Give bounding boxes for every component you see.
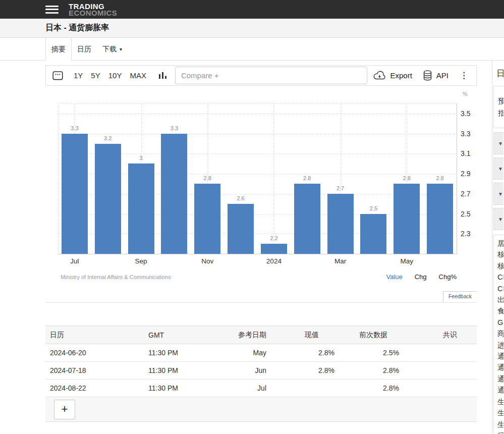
sidebar-links-box: 预指 xyxy=(493,86,503,128)
sidebar-dropdown-2[interactable]: ▼ xyxy=(493,157,503,180)
table-row[interactable]: 2024-06-2011:30 PMMay2.8%2.5% xyxy=(45,344,477,362)
x-axis-tick: Nov xyxy=(192,257,222,265)
x-axis-tick: Sep xyxy=(126,257,156,265)
sidebar-indicator-link[interactable]: 通 xyxy=(497,362,503,373)
bar-oct-2023[interactable] xyxy=(161,134,187,254)
column-header: 日历 xyxy=(45,326,144,344)
sidebar-indicator-link[interactable]: 租 xyxy=(497,430,503,433)
table-cell: May xyxy=(227,344,267,362)
logo-line2: ECONOMICS xyxy=(69,10,117,16)
bar-jul-2023[interactable] xyxy=(62,134,88,254)
gridline-horizontal xyxy=(58,103,457,104)
sidebar-dropdown-1[interactable]: ▼ xyxy=(493,132,503,154)
sidebar-indicator-link[interactable]: 通 xyxy=(497,373,503,385)
sidebar-dropdown-3[interactable]: ▼ xyxy=(493,183,503,205)
range-5y[interactable]: 5Y xyxy=(87,71,104,80)
table-cell: 2.8% xyxy=(267,344,335,362)
table-cell xyxy=(400,344,477,362)
sidebar-indicator-link[interactable]: 核 xyxy=(497,249,503,260)
range-max[interactable]: MAX xyxy=(126,71,150,80)
sidebar-indicator-link[interactable]: 商 xyxy=(497,328,503,339)
gridline-horizontal xyxy=(58,114,457,114)
bar-value-label: 3.3 xyxy=(58,125,91,131)
table-row[interactable]: 2024-08-2211:30 PMJul2.8% xyxy=(45,379,477,397)
table-cell: 11:30 PM xyxy=(144,344,227,362)
sidebar-indicator-link[interactable]: 通 xyxy=(497,351,503,362)
sidebar-indicator-link[interactable]: 出 xyxy=(497,294,503,305)
api-button[interactable]: API xyxy=(419,70,452,81)
chart-type-button[interactable] xyxy=(156,70,169,81)
sidebar-indicator-link[interactable]: 生 xyxy=(497,396,503,407)
sidebar-indicator-link[interactable]: 进 xyxy=(497,340,503,351)
chart-mode-switcher: ValueChgChg% xyxy=(386,273,457,281)
bar-mar-2024[interactable] xyxy=(327,194,354,254)
y-axis-tick: 2.9 xyxy=(461,170,481,178)
bar-dec-2023[interactable] xyxy=(228,204,254,254)
bar-nov-2023[interactable] xyxy=(194,184,220,254)
range-10y[interactable]: 10Y xyxy=(104,71,126,80)
table-cell: Jun xyxy=(227,362,267,379)
bar-jun-2024[interactable] xyxy=(427,184,453,254)
bar-may-2024[interactable] xyxy=(394,184,420,254)
legend-value[interactable]: Value xyxy=(386,273,402,281)
legend-chg[interactable]: Chg xyxy=(415,273,427,281)
compare-input[interactable] xyxy=(175,67,367,84)
table-cell: 11:30 PM xyxy=(144,362,227,379)
sidebar-link[interactable]: 预 xyxy=(498,95,503,107)
caret-down-icon: ▼ xyxy=(498,141,503,146)
bar-aug-2023[interactable] xyxy=(95,144,121,254)
tab-label: 日历 xyxy=(77,45,91,54)
right-sidebar: 日 预指 ▼▼▼▼ 居核核CPCP出食G商进通通通通生生生租 xyxy=(492,61,503,433)
bar-chart-icon xyxy=(158,71,167,80)
tab-bar: 摘要日历下载▾ xyxy=(0,38,504,61)
bar-value-label: 3 xyxy=(125,155,158,161)
chart-footer: Ministry of Internal Affairs & Communica… xyxy=(61,273,457,281)
sidebar-indicator-link[interactable]: 生 xyxy=(497,419,503,430)
table-cell: 2024-07-18 xyxy=(45,362,144,379)
bar-feb-2024[interactable] xyxy=(294,184,320,254)
column-header: 共识 xyxy=(400,326,477,344)
sidebar-dropdown-4[interactable]: ▼ xyxy=(493,208,503,230)
more-options-button[interactable]: ⋮ xyxy=(457,70,471,81)
y-axis-tick: 2.5 xyxy=(461,210,481,218)
bar-sep-2023[interactable] xyxy=(128,164,154,254)
logo[interactable]: TRADING ECONOMICS xyxy=(69,3,117,16)
bar-value-label: 2.8 xyxy=(291,175,324,181)
calendar-table: 日历GMT参考日期现值前次数据共识 2024-06-2011:30 PMMay2… xyxy=(45,326,477,397)
sidebar-link[interactable]: 指 xyxy=(498,107,503,119)
sidebar-indicator-link[interactable]: 通 xyxy=(497,385,503,396)
table-row[interactable]: 2024-07-1811:30 PMJun2.8%2.8% xyxy=(45,362,477,379)
tab-download[interactable]: 下载▾ xyxy=(97,38,128,61)
tab-label: 摘要 xyxy=(51,45,66,54)
column-header: GMT xyxy=(144,326,227,344)
chart-plot: 3.33.233.32.82.62.22.82.72.52.82.8 xyxy=(58,103,457,254)
sidebar-indicator-link[interactable]: 食 xyxy=(497,305,503,316)
sidebar-indicator-list: 居核核CPCP出食G商进通通通通生生生租 xyxy=(493,235,503,433)
sidebar-indicator-link[interactable]: 居 xyxy=(497,238,503,249)
y-axis-tick: 2.7 xyxy=(461,190,481,198)
sidebar-indicator-link[interactable]: G xyxy=(497,317,503,328)
title-band: 日本 - 通货膨胀率 xyxy=(0,19,504,38)
bar-jan-2024[interactable] xyxy=(261,244,287,254)
table-cell: 2024-08-22 xyxy=(45,379,144,397)
legend-chgpct[interactable]: Chg% xyxy=(439,273,457,281)
export-label: Export xyxy=(390,71,412,80)
bar-value-label: 2.8 xyxy=(423,175,457,181)
tab-summary[interactable]: 摘要 xyxy=(45,38,72,61)
add-to-calendar-button[interactable]: + xyxy=(54,400,75,419)
date-range-calendar-button[interactable] xyxy=(50,69,66,82)
sidebar-indicator-link[interactable]: CP xyxy=(497,283,503,294)
table-cell: 11:30 PM xyxy=(144,379,227,397)
tab-calendar[interactable]: 日历 xyxy=(72,38,97,61)
sidebar-indicator-link[interactable]: CP xyxy=(497,272,503,283)
feedback-link[interactable]: Feedback xyxy=(443,291,477,302)
bar-value-label: 3.3 xyxy=(158,125,191,131)
hamburger-menu-icon[interactable] xyxy=(45,4,59,15)
caret-down-icon: ▾ xyxy=(120,46,122,52)
export-button[interactable]: Export xyxy=(370,71,415,80)
bar-apr-2024[interactable] xyxy=(360,214,386,254)
caret-down-icon: ▼ xyxy=(498,216,503,222)
sidebar-indicator-link[interactable]: 核 xyxy=(497,260,503,272)
range-1y[interactable]: 1Y xyxy=(70,71,87,80)
sidebar-indicator-link[interactable]: 生 xyxy=(497,407,503,418)
